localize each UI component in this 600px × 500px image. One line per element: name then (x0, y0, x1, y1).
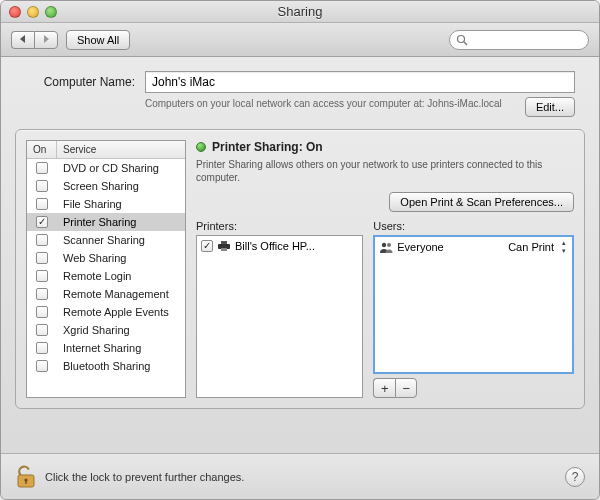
lock-text: Click the lock to prevent further change… (45, 471, 244, 483)
service-label: Scanner Sharing (57, 234, 185, 246)
titlebar: Sharing (1, 1, 599, 23)
window-title: Sharing (278, 4, 323, 19)
printer-checkbox[interactable] (201, 240, 213, 252)
lock-icon[interactable] (15, 464, 37, 490)
computer-name-subtext: Computers on your local network can acce… (145, 97, 515, 110)
service-checkbox[interactable] (36, 252, 48, 264)
detail-pane: Printer Sharing: On Printer Sharing allo… (196, 140, 574, 398)
computer-name-subrow: Computers on your local network can acce… (15, 93, 585, 125)
service-row[interactable]: Remote Management (27, 285, 185, 303)
open-print-scan-button[interactable]: Open Print & Scan Preferences... (389, 192, 574, 212)
service-label: File Sharing (57, 198, 185, 210)
service-label: Web Sharing (57, 252, 185, 264)
forward-triangle-icon (41, 34, 51, 44)
service-label: Screen Sharing (57, 180, 185, 192)
printer-label: Bill's Office HP... (235, 240, 315, 252)
service-label: Remote Login (57, 270, 185, 282)
service-checkbox[interactable] (36, 360, 48, 372)
edit-hostname-button[interactable]: Edit... (525, 97, 575, 117)
show-all-button[interactable]: Show All (66, 30, 130, 50)
service-checkbox[interactable] (36, 198, 48, 210)
svg-point-0 (458, 35, 465, 42)
svg-rect-3 (221, 241, 227, 244)
computer-name-row: Computer Name: (15, 67, 585, 93)
status-row: Printer Sharing: On (196, 140, 574, 154)
lists: Printers: Bill's Office HP... Users: Eve… (196, 220, 574, 398)
service-checkbox[interactable] (36, 162, 48, 174)
printers-label: Printers: (196, 220, 363, 232)
service-row[interactable]: File Sharing (27, 195, 185, 213)
status-title: Printer Sharing: On (212, 140, 323, 154)
content: Computer Name: Computers on your local n… (1, 57, 599, 499)
search-field[interactable] (449, 30, 589, 50)
svg-rect-9 (25, 480, 26, 484)
user-row[interactable]: EveryoneCan Print (375, 237, 572, 257)
service-row[interactable]: Internet Sharing (27, 339, 185, 357)
footer: Click the lock to prevent further change… (1, 453, 599, 499)
services-table: On Service DVD or CD SharingScreen Shari… (26, 140, 186, 398)
service-row[interactable]: Screen Sharing (27, 177, 185, 195)
service-label: Xgrid Sharing (57, 324, 185, 336)
computer-name-label: Computer Name: (25, 75, 135, 89)
services-table-header: On Service (27, 141, 185, 159)
computer-name-input[interactable] (145, 71, 575, 93)
service-checkbox[interactable] (36, 288, 48, 300)
service-row[interactable]: Remote Apple Events (27, 303, 185, 321)
stepper-down-icon: ▾ (558, 247, 570, 255)
service-checkbox[interactable] (36, 324, 48, 336)
minimize-window-button[interactable] (27, 6, 39, 18)
service-label: Remote Apple Events (57, 306, 185, 318)
main-panel: On Service DVD or CD SharingScreen Shari… (15, 129, 585, 409)
sharing-prefpane-window: Sharing Show All Computer Name: Computer… (0, 0, 600, 500)
search-input[interactable] (472, 34, 582, 46)
back-button[interactable] (11, 31, 34, 49)
permission-stepper[interactable]: ▴ ▾ (558, 239, 570, 255)
service-label: Remote Management (57, 288, 185, 300)
user-label: Everyone (397, 241, 443, 253)
help-button[interactable]: ? (565, 467, 585, 487)
service-checkbox[interactable] (36, 216, 48, 228)
svg-rect-4 (221, 248, 227, 251)
users-listbox[interactable]: EveryoneCan Print ▴ ▾ (373, 235, 574, 374)
service-row[interactable]: Remote Login (27, 267, 185, 285)
users-icon (379, 241, 393, 253)
service-checkbox[interactable] (36, 180, 48, 192)
stepper-up-icon: ▴ (558, 239, 570, 247)
service-checkbox[interactable] (36, 306, 48, 318)
zoom-window-button[interactable] (45, 6, 57, 18)
service-label: Internet Sharing (57, 342, 185, 354)
printers-listbox[interactable]: Bill's Office HP... (196, 235, 363, 398)
svg-point-6 (387, 243, 391, 247)
service-checkbox[interactable] (36, 234, 48, 246)
service-row[interactable]: Web Sharing (27, 249, 185, 267)
service-row[interactable]: Scanner Sharing (27, 231, 185, 249)
header-service: Service (57, 141, 102, 158)
service-label: Printer Sharing (57, 216, 185, 228)
add-remove-users: + − (373, 378, 574, 398)
status-indicator-icon (196, 142, 206, 152)
remove-user-button[interactable]: − (395, 378, 417, 398)
service-checkbox[interactable] (36, 270, 48, 282)
close-window-button[interactable] (9, 6, 21, 18)
users-label: Users: (373, 220, 574, 232)
svg-line-1 (464, 42, 467, 45)
service-label: DVD or CD Sharing (57, 162, 185, 174)
toolbar: Show All (1, 23, 599, 57)
service-row[interactable]: Bluetooth Sharing (27, 357, 185, 375)
service-row[interactable]: Xgrid Sharing (27, 321, 185, 339)
svg-point-5 (382, 243, 386, 247)
nav-buttons (11, 31, 58, 49)
service-description: Printer Sharing allows others on your ne… (196, 158, 574, 184)
service-checkbox[interactable] (36, 342, 48, 354)
printer-row[interactable]: Bill's Office HP... (197, 236, 362, 256)
service-row[interactable]: Printer Sharing (27, 213, 185, 231)
lock-row: Click the lock to prevent further change… (15, 464, 244, 490)
services-list[interactable]: DVD or CD SharingScreen SharingFile Shar… (27, 159, 185, 397)
service-row[interactable]: DVD or CD Sharing (27, 159, 185, 177)
add-user-button[interactable]: + (373, 378, 395, 398)
header-on: On (27, 141, 57, 158)
forward-button[interactable] (34, 31, 58, 49)
service-label: Bluetooth Sharing (57, 360, 185, 372)
back-triangle-icon (18, 34, 28, 44)
search-icon (456, 34, 468, 46)
